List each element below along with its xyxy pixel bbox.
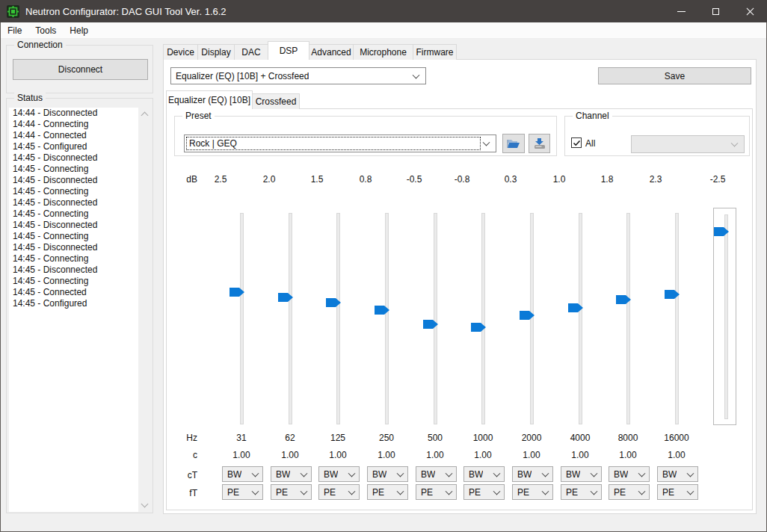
- tab-device[interactable]: Device: [163, 44, 198, 60]
- preamp-db-value: -2.5: [701, 174, 734, 185]
- band-slider-thumb[interactable]: [230, 288, 245, 297]
- band-ft-select[interactable]: PE: [271, 484, 312, 500]
- band-slider-track[interactable]: [434, 213, 437, 424]
- tab-display[interactable]: Display: [197, 44, 235, 60]
- band-frequency-value: 4000: [559, 433, 601, 443]
- band-slider-thumb[interactable]: [471, 323, 487, 332]
- ft-row-label: fT: [175, 488, 197, 498]
- minimize-button[interactable]: [664, 0, 698, 22]
- band-ct-select[interactable]: BW: [657, 466, 698, 482]
- subtab-equalizer[interactable]: Equalizer (EQ) [10B]: [166, 90, 253, 109]
- band-ft-select-value: PE: [662, 487, 674, 498]
- band-ft-select[interactable]: PE: [561, 484, 602, 500]
- menu-tools[interactable]: Tools: [28, 22, 63, 38]
- band-slider-track[interactable]: [626, 213, 630, 424]
- band-ft-select[interactable]: PE: [416, 484, 457, 500]
- preset-select[interactable]: Rock | GEQ: [184, 134, 496, 152]
- chevron-down-icon: [301, 487, 308, 495]
- band-slider-thumb[interactable]: [375, 306, 390, 315]
- band-slider-track[interactable]: [579, 213, 582, 424]
- band-ct-select-value: BW: [662, 469, 677, 480]
- preamp-slider-thumb[interactable]: [714, 227, 730, 236]
- band-ct-select[interactable]: BW: [512, 466, 553, 482]
- scroll-up-icon[interactable]: [141, 112, 149, 120]
- band-ft-select-value: PE: [566, 487, 578, 498]
- subtab-crossfeed[interactable]: Crossfeed: [252, 93, 300, 109]
- scroll-down-icon[interactable]: [141, 501, 149, 508]
- band-ct-select[interactable]: BW: [318, 466, 360, 482]
- band-slider-track[interactable]: [240, 213, 244, 424]
- band-ft-select[interactable]: PE: [367, 484, 408, 500]
- band-slider-track[interactable]: [481, 213, 485, 424]
- band-slider-track[interactable]: [385, 213, 389, 424]
- band-ct-select[interactable]: BW: [609, 466, 650, 482]
- band-ct-select[interactable]: BW: [271, 466, 312, 482]
- band-slider-thumb[interactable]: [568, 303, 584, 312]
- band-ct-select-value: BW: [469, 469, 483, 480]
- band-slider-thumb[interactable]: [665, 290, 680, 299]
- band-ft-select[interactable]: PE: [222, 484, 263, 500]
- band-ft-select-value: PE: [324, 487, 336, 498]
- chevron-down-icon: [348, 469, 356, 477]
- main-tab-strip: DeviceDisplayDACDSPAdvancedMicrophoneFir…: [163, 41, 456, 60]
- band-slider-track[interactable]: [336, 213, 340, 424]
- band-ct-select[interactable]: BW: [367, 466, 408, 482]
- channel-all-checkbox[interactable]: [571, 137, 582, 148]
- band-db-value: 1.0: [543, 174, 576, 185]
- preset-store-button[interactable]: [529, 134, 550, 153]
- band-ct-select[interactable]: BW: [416, 466, 457, 482]
- band-slider-thumb[interactable]: [616, 295, 632, 304]
- tab-advanced[interactable]: Advanced: [309, 44, 354, 60]
- band-slider-track[interactable]: [289, 213, 292, 424]
- app-window: Neutron Configurator: DAC GUI Tool Ver. …: [0, 0, 767, 532]
- band-ft-select[interactable]: PE: [318, 484, 360, 500]
- chevron-down-icon: [446, 487, 453, 495]
- connection-group-label: Connection: [14, 40, 66, 50]
- app-icon: [7, 5, 19, 18]
- chevron-down-icon: [493, 487, 501, 495]
- band-ct-select[interactable]: BW: [463, 466, 505, 482]
- status-log-entry: 14:45 - Disconnected: [9, 197, 151, 208]
- disconnect-button[interactable]: Disconnect: [13, 59, 148, 80]
- preamp-slider-track[interactable]: [724, 214, 728, 419]
- band-slider-thumb[interactable]: [278, 293, 294, 302]
- tab-dsp[interactable]: DSP: [268, 41, 309, 60]
- preset-group: Preset Rock | GEQ: [174, 116, 557, 156]
- dsp-mode-select[interactable]: Equalizer (EQ) [10B] + Crossfeed: [170, 67, 426, 84]
- window-controls: [664, 0, 767, 22]
- close-button[interactable]: [733, 0, 767, 22]
- maximize-button[interactable]: [698, 0, 733, 22]
- menu-file[interactable]: File: [1, 22, 28, 38]
- band-ct-select[interactable]: BW: [222, 466, 263, 482]
- status-log-entry: 14:45 - Disconnected: [9, 242, 151, 253]
- band-ft-select-value: PE: [421, 487, 433, 498]
- c-row-label: c: [175, 450, 197, 460]
- band-ct-select-value: BW: [372, 469, 386, 480]
- tab-firmware[interactable]: Firmware: [413, 44, 457, 60]
- tab-dac[interactable]: DAC: [234, 44, 268, 60]
- band-slider-thumb[interactable]: [520, 311, 535, 320]
- band-frequency-value: 250: [366, 433, 407, 443]
- channel-select[interactable]: [631, 135, 745, 153]
- band-ft-select[interactable]: PE: [463, 484, 505, 500]
- folder-open-icon: [507, 138, 520, 149]
- status-scrollbar[interactable]: [138, 108, 151, 512]
- band-slider-track[interactable]: [675, 213, 679, 424]
- menu-help[interactable]: Help: [63, 22, 95, 38]
- chevron-down-icon: [252, 469, 259, 477]
- band-ct-select[interactable]: BW: [561, 466, 602, 482]
- band-ft-select[interactable]: PE: [609, 484, 650, 500]
- chevron-down-icon: [542, 469, 549, 477]
- preset-open-button[interactable]: [502, 134, 525, 153]
- save-button[interactable]: Save: [598, 67, 751, 84]
- status-log-entry: 14:44 - Disconnected: [9, 108, 151, 119]
- band-slider-thumb[interactable]: [326, 298, 342, 307]
- status-log-entry: 14:45 - Connected: [9, 287, 151, 298]
- band-ft-select[interactable]: PE: [657, 484, 698, 500]
- band-ft-select[interactable]: PE: [512, 484, 553, 500]
- tab-microphone[interactable]: Microphone: [353, 44, 413, 60]
- close-icon: [745, 7, 755, 16]
- connection-group: Connection Disconnect: [6, 45, 153, 93]
- band-slider-thumb[interactable]: [423, 320, 439, 329]
- status-log-entry: 14:45 - Configured: [9, 141, 151, 152]
